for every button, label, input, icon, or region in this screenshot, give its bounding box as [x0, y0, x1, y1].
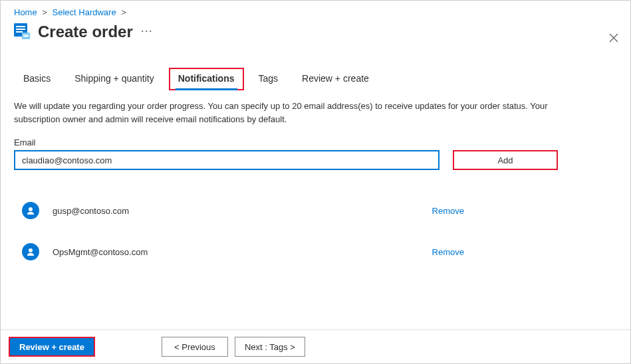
remove-link[interactable]: Remove	[432, 206, 464, 216]
page-title: Create order	[38, 23, 133, 41]
list-item: OpsMgmt@contoso.com Remove	[14, 231, 617, 272]
review-create-button[interactable]: Review + create	[9, 337, 95, 357]
list-item: gusp@contoso.com Remove	[14, 190, 617, 231]
close-button[interactable]	[609, 33, 618, 45]
svg-rect-2	[16, 29, 25, 30]
notifications-description: We will update you regarding your order …	[1, 90, 599, 126]
breadcrumb: Home > Select Hardware >	[1, 1, 630, 20]
email-address: gusp@contoso.com	[53, 206, 432, 216]
remove-link[interactable]: Remove	[432, 247, 464, 257]
tabs: Basics Shipping + quantity Notifications…	[1, 48, 630, 90]
person-icon	[22, 202, 39, 219]
breadcrumb-home[interactable]: Home	[14, 7, 37, 17]
person-icon	[22, 243, 39, 260]
svg-rect-1	[16, 26, 25, 27]
email-address: OpsMgmt@contoso.com	[53, 247, 432, 257]
svg-rect-5	[23, 35, 29, 37]
next-button[interactable]: Next : Tags >	[235, 337, 305, 357]
breadcrumb-select-hardware[interactable]: Select Hardware	[53, 7, 116, 17]
footer: Review + create < Previous Next : Tags >	[1, 329, 630, 363]
tab-shipping[interactable]: Shipping + quantity	[65, 68, 163, 90]
svg-point-8	[29, 207, 33, 211]
previous-button[interactable]: < Previous	[162, 337, 228, 357]
add-button[interactable]: Add	[453, 150, 558, 170]
tab-review[interactable]: Review + create	[293, 68, 378, 90]
more-menu[interactable]: ···	[141, 24, 153, 41]
svg-rect-3	[16, 31, 23, 33]
email-input[interactable]	[14, 150, 440, 170]
tab-basics[interactable]: Basics	[14, 68, 60, 90]
tab-notifications[interactable]: Notifications	[169, 68, 244, 90]
email-input-row: Add	[1, 150, 630, 170]
tab-tags[interactable]: Tags	[249, 68, 288, 90]
chevron-right-icon: >	[121, 7, 126, 17]
email-label: Email	[1, 126, 630, 150]
email-list: gusp@contoso.com Remove OpsMgmt@contoso.…	[1, 170, 630, 272]
order-icon	[14, 23, 31, 41]
svg-point-9	[29, 248, 33, 252]
chevron-right-icon: >	[42, 7, 47, 17]
close-icon	[609, 32, 618, 45]
page-header: Create order ···	[1, 20, 630, 48]
